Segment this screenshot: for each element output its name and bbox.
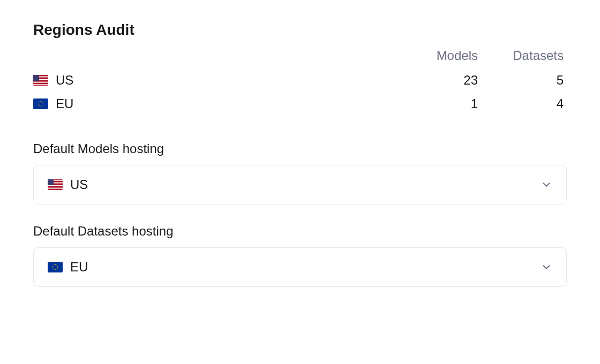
region-cell-eu: EU bbox=[33, 96, 395, 111]
datasets-hosting-select[interactable]: EU bbox=[33, 247, 567, 287]
eu-flag-icon bbox=[48, 262, 63, 272]
chevron-down-icon bbox=[541, 261, 552, 273]
hosting-label: Default Datasets hosting bbox=[33, 224, 567, 239]
datasets-count: 4 bbox=[481, 96, 567, 111]
section-title: Regions Audit bbox=[33, 21, 567, 39]
models-hosting-select[interactable]: US bbox=[33, 165, 567, 204]
selected-region-name: US bbox=[70, 177, 88, 192]
hosting-label: Default Models hosting bbox=[33, 141, 567, 156]
column-header-datasets: Datasets bbox=[481, 48, 567, 63]
table-header-row: Models Datasets bbox=[33, 48, 567, 63]
region-name: US bbox=[56, 73, 73, 88]
models-count: 1 bbox=[395, 96, 481, 111]
region-name: EU bbox=[56, 96, 73, 111]
us-flag-icon bbox=[48, 179, 63, 190]
us-flag-icon bbox=[33, 75, 48, 86]
regions-audit-table: Models Datasets US 23 5 EU 1 4 bbox=[33, 48, 567, 116]
region-cell-us: US bbox=[33, 73, 395, 88]
eu-flag-icon bbox=[33, 98, 48, 109]
table-row: US 23 5 bbox=[33, 69, 567, 92]
select-value: US bbox=[48, 177, 88, 192]
selected-region-name: EU bbox=[70, 260, 88, 275]
default-models-hosting-group: Default Models hosting US bbox=[33, 141, 567, 204]
models-count: 23 bbox=[395, 73, 481, 88]
table-row: EU 1 4 bbox=[33, 92, 567, 116]
datasets-count: 5 bbox=[481, 73, 567, 88]
default-datasets-hosting-group: Default Datasets hosting EU bbox=[33, 224, 567, 287]
select-value: EU bbox=[48, 260, 88, 275]
column-header-models: Models bbox=[395, 48, 481, 63]
chevron-down-icon bbox=[541, 179, 552, 191]
